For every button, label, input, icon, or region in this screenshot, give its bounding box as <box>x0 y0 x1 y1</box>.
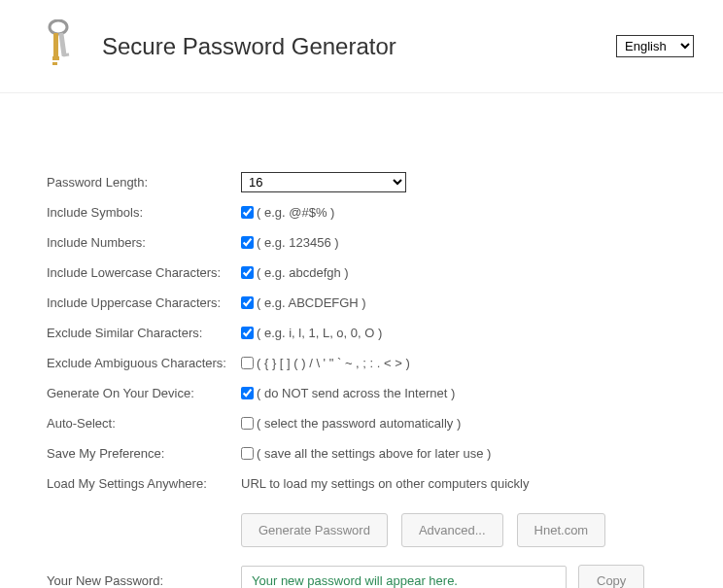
row-password-output: Your New Password: Your new password wil… <box>47 565 694 588</box>
exclude-ambiguous-label: Exclude Ambiguous Characters: <box>47 356 241 370</box>
row-exclude-ambiguous: Exclude Ambiguous Characters: ( { } [ ] … <box>47 352 694 373</box>
content: Password Length: 16 Include Symbols: ( e… <box>0 93 723 588</box>
keys-icon <box>39 19 78 73</box>
auto-select-hint: ( select the password automatically ) <box>257 416 461 431</box>
exclude-ambiguous-checkbox[interactable] <box>241 357 254 369</box>
row-include-lowercase: Include Lowercase Characters: ( e.g. abc… <box>47 261 694 283</box>
load-settings-label: Load My Settings Anywhere: <box>47 476 241 491</box>
hnet-button[interactable]: Hnet.com <box>517 513 606 547</box>
exclude-similar-label: Exclude Similar Characters: <box>47 326 241 340</box>
save-preference-label: Save My Preference: <box>47 446 241 461</box>
password-length-select[interactable]: 16 <box>241 172 406 192</box>
svg-rect-2 <box>52 56 59 60</box>
row-exclude-similar: Exclude Similar Characters: ( e.g. i, l,… <box>47 322 694 343</box>
header-left: Secure Password Generator <box>39 19 396 73</box>
generate-on-device-label: Generate On Your Device: <box>47 386 241 400</box>
generate-password-button[interactable]: Generate Password <box>241 513 388 547</box>
include-numbers-label: Include Numbers: <box>47 235 241 250</box>
row-include-uppercase: Include Uppercase Characters: ( e.g. ABC… <box>47 292 694 313</box>
header: Secure Password Generator English <box>0 0 723 93</box>
password-output-field[interactable]: Your new password will appear here. <box>241 566 567 588</box>
include-uppercase-hint: ( e.g. ABCDEFGH ) <box>257 295 366 310</box>
include-symbols-hint: ( e.g. @#$% ) <box>257 205 334 220</box>
save-preference-hint: ( save all the settings above for later … <box>257 446 491 461</box>
row-include-symbols: Include Symbols: ( e.g. @#$% ) <box>47 201 694 223</box>
svg-rect-4 <box>58 33 66 56</box>
auto-select-checkbox[interactable] <box>241 417 254 430</box>
auto-select-label: Auto-Select: <box>47 416 241 431</box>
password-length-label: Password Length: <box>47 175 241 190</box>
exclude-similar-hint: ( e.g. i, l, 1, L, o, 0, O ) <box>257 326 382 340</box>
svg-rect-3 <box>52 62 57 65</box>
include-lowercase-hint: ( e.g. abcdefgh ) <box>257 265 349 280</box>
row-include-numbers: Include Numbers: ( e.g. 123456 ) <box>47 231 694 253</box>
copy-button[interactable]: Copy <box>578 565 644 588</box>
include-numbers-checkbox[interactable] <box>241 236 254 249</box>
language-select[interactable]: English <box>616 35 694 57</box>
page-title: Secure Password Generator <box>102 33 396 60</box>
advanced-button[interactable]: Advanced... <box>401 513 503 547</box>
include-symbols-checkbox[interactable] <box>241 206 254 219</box>
include-lowercase-label: Include Lowercase Characters: <box>47 265 241 280</box>
load-settings-text: URL to load my settings on other compute… <box>241 476 530 491</box>
include-symbols-label: Include Symbols: <box>47 205 241 220</box>
include-numbers-hint: ( e.g. 123456 ) <box>257 235 339 250</box>
svg-rect-1 <box>53 33 58 58</box>
include-uppercase-label: Include Uppercase Characters: <box>47 295 241 310</box>
generate-on-device-checkbox[interactable] <box>241 387 254 399</box>
exclude-similar-checkbox[interactable] <box>241 327 254 339</box>
exclude-ambiguous-hint: ( { } [ ] ( ) / \ ' " ` ~ , ; : . < > ) <box>257 356 410 370</box>
row-save-preference: Save My Preference: ( save all the setti… <box>47 442 694 464</box>
svg-point-0 <box>50 20 67 34</box>
row-generate-on-device: Generate On Your Device: ( do NOT send a… <box>47 382 694 403</box>
save-preference-checkbox[interactable] <box>241 447 254 460</box>
include-uppercase-checkbox[interactable] <box>241 296 254 309</box>
generate-on-device-hint: ( do NOT send across the Internet ) <box>257 386 455 400</box>
row-password-length: Password Length: 16 <box>47 171 694 192</box>
row-load-settings: Load My Settings Anywhere: URL to load m… <box>47 472 694 494</box>
include-lowercase-checkbox[interactable] <box>241 266 254 279</box>
row-auto-select: Auto-Select: ( select the password autom… <box>47 412 694 433</box>
password-output-label: Your New Password: <box>47 573 241 588</box>
button-row: Generate Password Advanced... Hnet.com <box>241 513 694 547</box>
